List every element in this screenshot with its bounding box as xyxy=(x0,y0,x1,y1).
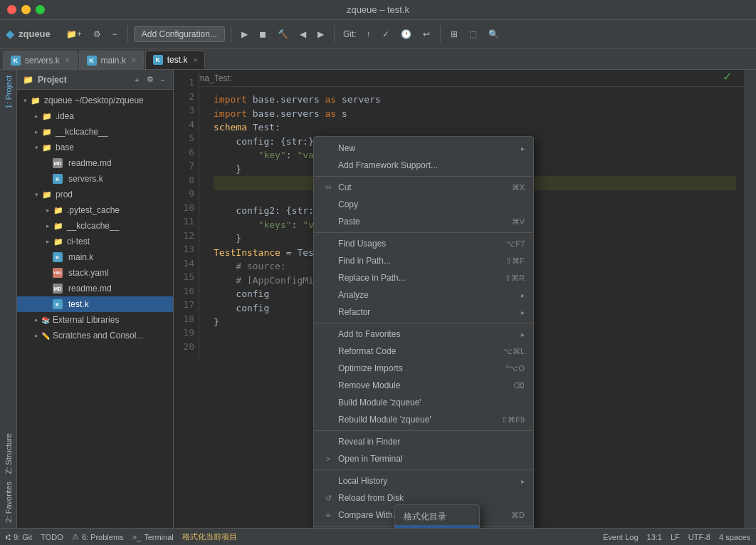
tree-kclcache-1[interactable]: ▸ 📁 __kclcache__ xyxy=(17,124,173,140)
tree-test-k[interactable]: K test.k xyxy=(17,296,173,312)
traffic-lights xyxy=(7,5,45,14)
menu-item-find-path[interactable]: Find in Path... ⇧⌘F xyxy=(314,252,533,269)
file-icon-test-k: K xyxy=(53,299,63,309)
menu-item-paste[interactable]: Paste ⌘V xyxy=(314,213,533,230)
menu-item-find-usages[interactable]: Find Usages ⌥F7 xyxy=(314,235,533,252)
tab-close-servers-k[interactable]: × xyxy=(65,56,70,64)
tree-readme-base[interactable]: MD readme.md xyxy=(17,155,173,171)
status-line-ending[interactable]: LF xyxy=(671,533,680,541)
menu-item-framework[interactable]: Add Framework Support... xyxy=(314,157,533,174)
spacer-5 xyxy=(43,284,53,294)
tab-test-k[interactable]: K test.k × xyxy=(145,51,206,69)
build-button[interactable]: 🔨 xyxy=(273,27,293,41)
menu-icon-compare: ≡ xyxy=(322,511,334,519)
menu-label-remove-module: Remove Module xyxy=(338,380,502,390)
git-rollback-button[interactable]: ↩ xyxy=(419,27,434,41)
search-everywhere-button[interactable]: 🔍 xyxy=(484,27,503,41)
tab-close-test-k[interactable]: × xyxy=(193,56,197,64)
menu-arrow-analyze: ▸ xyxy=(521,291,525,299)
status-git[interactable]: ⑆ 9: Git xyxy=(6,533,32,541)
menu-item-terminal[interactable]: > Open in Terminal xyxy=(314,450,533,467)
arrow-root: ▾ xyxy=(20,95,30,105)
panel-collapse-button[interactable]: − xyxy=(159,74,167,85)
tree-label-external-libs: External Libraries xyxy=(53,315,119,325)
settings-button[interactable]: ⚙ xyxy=(89,27,105,41)
editor-area: schema_Test: 123456789101112131415161718… xyxy=(174,70,745,528)
menu-item-refactor[interactable]: Refactor ▸ xyxy=(314,303,533,321)
menu-label-reload: Reload from Disk xyxy=(338,493,525,503)
menu-item-favorites[interactable]: Add to Favorites ▸ xyxy=(314,326,533,343)
tree-label-kclcache-1: __kclcache__ xyxy=(56,127,107,137)
status-event-log[interactable]: Event Log xyxy=(603,533,639,541)
tree-base[interactable]: ▾ 📁 base xyxy=(17,140,173,155)
menu-item-reveal[interactable]: Reveal in Finder xyxy=(314,433,533,450)
separator-a xyxy=(314,176,533,177)
menu-item-optimize[interactable]: Optimize Imports ^⌥O xyxy=(314,360,533,377)
tree-external-libs[interactable]: ▸ 📚 External Libraries xyxy=(17,312,173,328)
layout-button[interactable]: ⊞ xyxy=(446,27,462,41)
submenu-label-format-dir: 格式化目录 xyxy=(404,511,446,523)
menu-item-build[interactable]: Build Module 'zqueue' xyxy=(314,394,533,411)
menu-item-history[interactable]: Local History ▸ xyxy=(314,472,533,489)
panel-settings-button[interactable]: ⚙ xyxy=(145,74,156,85)
menu-item-cut[interactable]: ✂ Cut ⌘X xyxy=(314,179,533,196)
add-configuration-button[interactable]: Add Configuration... xyxy=(134,26,225,42)
git-check-button[interactable]: ✓ xyxy=(378,27,394,41)
tree-readme-prod[interactable]: MD readme.md xyxy=(17,281,173,296)
arrow-kclcache-1: ▸ xyxy=(31,127,41,137)
close-button[interactable] xyxy=(7,5,16,14)
menu-label-find-path: Find in Path... xyxy=(338,256,494,266)
submenu-item-format-project[interactable]: 格式化项目 xyxy=(395,525,479,528)
main-layout: 1: Project Z: Structure 2: Favorites 📁 P… xyxy=(0,70,756,528)
menu-shortcut-cut: ⌘X xyxy=(512,183,525,192)
forward-button[interactable]: ▶ xyxy=(313,27,328,41)
status-position[interactable]: 13:1 xyxy=(647,533,662,541)
tree-idea[interactable]: ▸ 📁 .idea xyxy=(17,108,173,124)
menu-item-reformat[interactable]: Reformat Code ⌥⌘L xyxy=(314,343,533,360)
menu-shortcut-rebuild: ⇧⌘F9 xyxy=(501,415,525,425)
back-button[interactable]: ◀ xyxy=(295,27,310,41)
status-todo[interactable]: TODO xyxy=(41,533,63,541)
submenu-label-format-project: 格式化项目 xyxy=(404,528,446,529)
menu-item-rebuild[interactable]: Rebuild Module 'zqueue' ⇧⌘F9 xyxy=(314,411,533,428)
tab-servers-k[interactable]: K servers.k × xyxy=(3,51,78,69)
status-problems[interactable]: ⚠ 6: Problems xyxy=(72,532,124,541)
sidebar-item-project[interactable]: 1: Project xyxy=(3,73,14,111)
menu-item-replace-path[interactable]: Replace in Path... ⇧⌘R xyxy=(314,269,533,286)
check-mark-icon: ✓ xyxy=(723,70,732,83)
tree-stack-yaml[interactable]: YML stack.yaml xyxy=(17,265,173,281)
sidebar-item-structure[interactable]: Z: Structure xyxy=(3,430,14,477)
tree-ci-test[interactable]: ▸ 📁 ci-test xyxy=(17,234,173,249)
run-button[interactable]: ▶ xyxy=(237,27,252,41)
menu-item-remove-module[interactable]: Remove Module ⌫ xyxy=(314,377,533,394)
tree-pytest[interactable]: ▸ 📁 .pytest_cache xyxy=(17,202,173,218)
tree-servers-k[interactable]: K servers.k xyxy=(17,171,173,187)
status-encoding[interactable]: UTF-8 xyxy=(688,533,710,541)
menu-item-copy[interactable]: Copy xyxy=(314,196,533,213)
panel-add-button[interactable]: + xyxy=(132,74,141,85)
minimize-button[interactable] xyxy=(21,5,31,14)
tree-scratches[interactable]: ▸ ✏️ Scratches and Consol... xyxy=(17,328,173,343)
tab-close-main-k[interactable]: × xyxy=(132,56,136,64)
sidebar-item-favorites[interactable]: 2: Favorites xyxy=(3,479,14,525)
split-button[interactable]: ⬚ xyxy=(465,27,481,41)
new-dir-button[interactable]: 📁+ xyxy=(62,27,86,41)
status-terminal[interactable]: >_ Terminal xyxy=(132,533,174,541)
tree-root[interactable]: ▾ 📁 zqueue ~/Desktop/zqueue xyxy=(17,93,173,108)
git-push-button[interactable]: ↑ xyxy=(362,27,375,41)
stop-button[interactable]: ◼ xyxy=(255,27,271,41)
tree-prod[interactable]: ▾ 📁 prod xyxy=(17,187,173,202)
menu-item-new[interactable]: New ▸ xyxy=(314,140,533,157)
maximize-button[interactable] xyxy=(36,5,45,14)
menu-item-analyze[interactable]: Analyze ▸ xyxy=(314,286,533,303)
minimize-panel-button[interactable]: − xyxy=(108,27,122,41)
menu-label-build: Build Module 'zqueue' xyxy=(338,398,525,408)
tree-main-k[interactable]: K main.k xyxy=(17,249,173,265)
tab-main-k[interactable]: K main.k × xyxy=(79,51,144,69)
submenu-item-format-dir[interactable]: 格式化目录 xyxy=(395,508,479,525)
tree-label-readme-prod: readme.md xyxy=(68,284,112,294)
status-indent[interactable]: 4 spaces xyxy=(719,533,750,541)
git-history-button[interactable]: 🕐 xyxy=(397,27,416,41)
tree-kclcache-2[interactable]: ▸ 📁 __kclcache__ xyxy=(17,218,173,234)
menu-icon-cut: ✂ xyxy=(322,183,334,192)
